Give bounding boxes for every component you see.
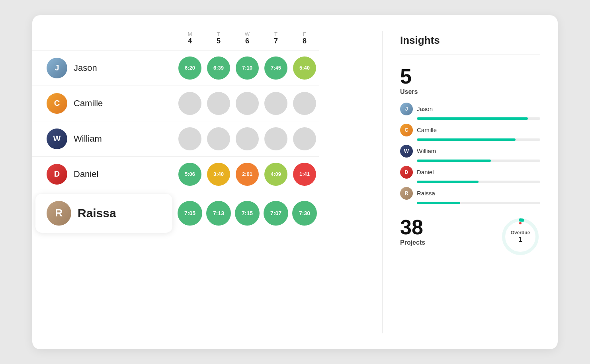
time-cell[interactable]: 7:13 [204,192,233,234]
small-avatar: R [400,187,413,200]
user-bar-item[interactable]: CCamille [400,124,540,141]
time-bubble: 7:13 [206,201,231,226]
time-cell[interactable]: 7:30 [290,192,319,234]
projects-section: 38 Projects Overdue 1 [400,217,540,257]
bar-track [417,138,540,141]
user-bar-header: RRaissa [400,187,540,200]
time-cell[interactable]: 4:09 [262,157,290,192]
avatar: R [47,201,71,226]
user-name: Jason [74,63,97,73]
user-bar-header: CCamille [400,124,540,136]
time-cell[interactable] [204,86,233,121]
time-cell[interactable]: 6:20 [176,51,204,86]
schedule-grid: M4T5W6T7F8JJason6:206:397:107:455:40CCam… [32,31,382,234]
time-cell[interactable] [176,86,204,121]
time-bubble: 5:40 [293,56,316,80]
day-number: 4 [188,37,192,45]
bar-user-name: Daniel [417,169,434,175]
main-card: M4T5W6T7F8JJason6:206:397:107:455:40CCam… [32,15,558,349]
time-cell[interactable] [262,121,290,157]
user-bar-header: DDaniel [400,166,540,179]
bar-track [417,202,540,204]
time-bubble: 7:10 [236,56,259,80]
day-header: F8 [290,31,319,51]
time-cell[interactable] [204,121,233,157]
bar-user-name: Camille [417,127,437,133]
left-panel: M4T5W6T7F8JJason6:206:397:107:455:40CCam… [32,15,382,349]
time-bubble: 7:05 [178,201,202,226]
time-cell[interactable]: 7:05 [176,192,204,234]
time-cell[interactable] [176,121,204,157]
time-bubble: 7:45 [264,56,287,80]
bar-fill [417,138,516,141]
users-count: 5 [400,66,540,87]
user-bar-item[interactable]: DDaniel [400,166,540,183]
time-cell[interactable]: 5:40 [290,51,319,86]
small-avatar: J [400,103,413,115]
right-panel: Insights 5 Users JJasonCCamilleWWilliamD… [383,15,558,349]
time-bubble: 2:01 [236,163,259,186]
user-name: Raissa [78,206,116,220]
bar-track [417,160,540,162]
time-bubble: 3:40 [207,163,230,186]
time-cell[interactable]: 1:41 [290,157,319,192]
avatar: C [47,93,67,114]
day-number: 6 [245,37,249,45]
day-header: T7 [262,31,290,51]
day-header: T5 [204,31,233,51]
time-bubble [264,92,287,115]
user-info[interactable]: RRaissa [35,194,172,233]
bar-fill [417,117,528,120]
time-bubble [264,127,287,150]
time-cell[interactable]: 7:07 [262,192,290,234]
time-cell[interactable]: 3:40 [204,157,233,192]
projects-count: 38 [400,217,425,237]
day-letter: M [188,31,192,37]
time-bubble [293,127,316,150]
day-number: 8 [303,37,307,45]
time-cell[interactable] [290,86,319,121]
user-bar-item[interactable]: WWilliam [400,145,540,162]
day-letter: W [245,31,250,37]
time-cell[interactable]: 7:15 [233,192,262,234]
time-bubble: 6:20 [178,56,201,80]
bar-fill [417,181,479,183]
day-number: 7 [274,37,278,45]
time-cell[interactable]: 7:45 [262,51,290,86]
day-letter: F [303,31,306,37]
time-bubble [178,92,201,115]
bar-user-name: Jason [417,105,433,112]
user-bar-item[interactable]: RRaissa [400,187,540,204]
time-cell[interactable]: 6:39 [204,51,233,86]
user-info[interactable]: JJason [32,51,176,86]
bar-track [417,181,540,183]
user-bar-item[interactable]: JJason [400,103,540,120]
bar-user-name: William [417,148,436,154]
user-info[interactable]: DDaniel [32,157,176,192]
time-cell[interactable] [233,86,262,121]
user-name: Daniel [74,169,98,179]
bar-fill [417,202,460,204]
time-cell[interactable] [233,121,262,157]
time-cell[interactable] [262,86,290,121]
avatar: W [47,128,67,149]
day-letter: T [274,31,277,37]
avatar: J [47,58,67,78]
time-cell[interactable]: 5:06 [176,157,204,192]
user-name: Camille [74,98,103,109]
time-cell[interactable]: 2:01 [233,157,262,192]
small-avatar: C [400,124,413,136]
day-header: W6 [233,31,262,51]
avatar: D [47,164,67,185]
user-info[interactable]: WWilliam [32,121,176,157]
small-avatar: W [400,145,413,158]
time-cell[interactable]: 7:10 [233,51,262,86]
day-letter: T [217,31,220,37]
time-cell[interactable] [290,121,319,157]
user-info[interactable]: CCamille [32,86,176,121]
overdue-text: Overdue [511,230,530,235]
time-bubble: 6:39 [207,56,230,80]
insights-title: Insights [400,34,540,55]
time-bubble [207,127,230,150]
bar-fill [417,160,491,162]
